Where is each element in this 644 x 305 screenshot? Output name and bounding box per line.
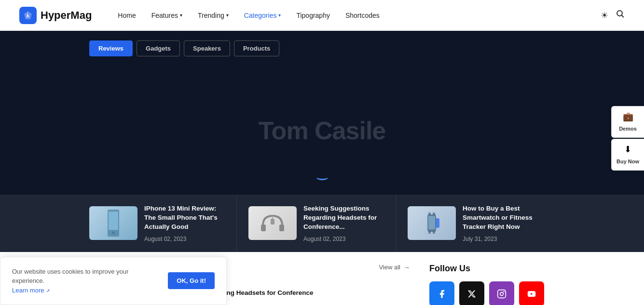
svg-point-22 <box>503 291 505 292</box>
article-thumbnail <box>89 206 137 240</box>
chevron-down-icon: ▾ <box>226 13 229 18</box>
nav-links: Home Features ▾ Trending ▾ Categories ▾ … <box>111 8 601 23</box>
buy-now-button[interactable]: ⬇ Buy Now <box>611 139 644 171</box>
svg-line-3 <box>622 15 624 18</box>
nav-categories[interactable]: Categories ▾ <box>237 8 288 23</box>
briefcase-icon: 💼 <box>615 111 641 122</box>
hero-title: Tom Casile <box>259 116 386 145</box>
chevron-down-icon: ▾ <box>278 13 281 18</box>
article-thumbnail <box>248 206 297 240</box>
articles-row: IPhone 13 Mini Review: The Small Phone T… <box>0 195 644 252</box>
article-title[interactable]: IPhone 13 Mini Review: The Small Phone T… <box>144 204 225 232</box>
cookie-accept-button[interactable]: OK, Go it! <box>168 272 215 289</box>
instagram-button[interactable] <box>489 281 514 305</box>
article-card: Seeking Suggestions Regarding Headsets f… <box>236 195 396 252</box>
nav-features[interactable]: Features ▾ <box>145 8 189 23</box>
cookie-message: Our website uses cookies to improve your… <box>12 267 158 295</box>
tab-speakers[interactable]: Speakers <box>184 40 230 56</box>
learn-more-link[interactable]: Learn more ↗ <box>12 287 50 294</box>
nav-right: ☀ <box>601 10 625 21</box>
floating-buttons: 💼 Demos ⬇ Buy Now <box>611 106 644 171</box>
svg-rect-13 <box>428 212 431 215</box>
svg-rect-10 <box>271 219 274 225</box>
svg-rect-14 <box>433 212 435 215</box>
logo[interactable]: HyperMag <box>19 7 92 24</box>
cookie-banner: Our website uses cookies to improve your… <box>0 257 227 305</box>
nav-shortcodes[interactable]: Shortcodes <box>339 8 386 23</box>
svg-point-6 <box>112 231 115 234</box>
youtube-button[interactable] <box>519 281 544 305</box>
article-info: IPhone 13 Mini Review: The Small Phone T… <box>144 204 225 242</box>
follow-title: Follow Us <box>429 264 555 274</box>
tab-gadgets[interactable]: Gadgets <box>137 40 180 56</box>
view-all-button[interactable]: View all → <box>379 264 410 271</box>
tab-reviews[interactable]: Reviews <box>89 40 133 56</box>
thumbnail-image <box>408 206 456 240</box>
arrow-right-icon: → <box>403 264 410 271</box>
svg-rect-7 <box>261 225 266 231</box>
navbar: HyperMag Home Features ▾ Trending ▾ Cate… <box>0 0 644 31</box>
hero-section: Reviews Gadgets Speakers Products Tom Ca… <box>0 31 644 195</box>
nav-trending[interactable]: Trending ▾ <box>191 8 235 23</box>
svg-rect-17 <box>436 218 439 228</box>
article-thumbnail <box>408 206 456 240</box>
article-card: How to Buy a Best Smartwatch or Fitness … <box>396 195 555 252</box>
svg-rect-8 <box>279 225 284 231</box>
chevron-down-icon: ▾ <box>180 13 182 18</box>
download-icon: ⬇ <box>615 144 641 155</box>
x-button[interactable] <box>459 281 484 305</box>
category-tabs: Reviews Gadgets Speakers Products <box>0 31 644 66</box>
svg-rect-5 <box>109 212 118 230</box>
external-link-icon: ↗ <box>46 288 50 293</box>
demos-label: Demos <box>619 126 637 132</box>
article-title[interactable]: How to Buy a Best Smartwatch or Fitness … <box>463 204 543 232</box>
svg-rect-12 <box>428 216 435 229</box>
tab-products[interactable]: Products <box>234 40 279 56</box>
brand-name: HyperMag <box>41 9 92 22</box>
demos-button[interactable]: 💼 Demos <box>611 106 644 138</box>
thumbnail-image <box>248 206 297 240</box>
search-button[interactable] <box>616 10 625 21</box>
article-card: IPhone 13 Mini Review: The Small Phone T… <box>89 195 236 252</box>
svg-point-21 <box>500 292 504 295</box>
article-date: August 02, 2023 <box>144 236 225 242</box>
social-icons <box>429 281 555 305</box>
thumbnail-image <box>89 206 137 240</box>
nav-home[interactable]: Home <box>111 8 142 23</box>
nav-tipography[interactable]: Tipography <box>289 8 337 23</box>
article-date: July 31, 2023 <box>463 236 543 242</box>
view-all-label: View all <box>379 264 400 271</box>
theme-toggle-button[interactable]: ☀ <box>601 10 608 21</box>
facebook-button[interactable] <box>429 281 454 305</box>
article-info: How to Buy a Best Smartwatch or Fitness … <box>463 204 543 242</box>
buy-now-label: Buy Now <box>617 159 639 164</box>
hero-content: Tom Casile <box>0 66 644 195</box>
svg-rect-20 <box>498 290 506 298</box>
loading-spinner <box>316 174 328 180</box>
svg-rect-15 <box>428 231 431 234</box>
svg-rect-16 <box>433 231 435 234</box>
svg-point-2 <box>617 11 622 16</box>
logo-icon <box>19 7 37 24</box>
article-date: August 02, 2023 <box>303 236 384 242</box>
article-title[interactable]: Seeking Suggestions Regarding Headsets f… <box>303 204 384 232</box>
article-info: Seeking Suggestions Regarding Headsets f… <box>303 204 384 242</box>
follow-section: Follow Us <box>429 264 555 305</box>
